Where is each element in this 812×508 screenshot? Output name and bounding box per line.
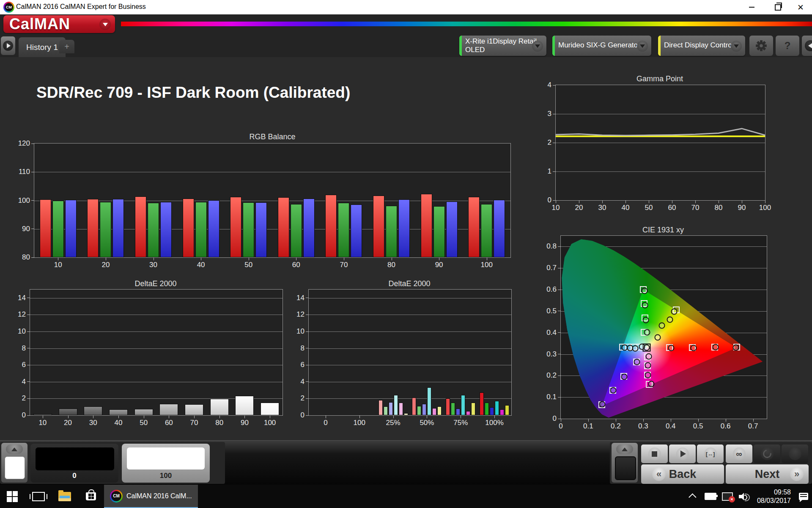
swatch-card-black[interactable]: 0 <box>30 444 118 483</box>
record-button-disabled[interactable] <box>782 444 808 463</box>
expand-up-button[interactable] <box>616 444 633 454</box>
loop-button[interactable]: ∞ <box>726 444 752 463</box>
bar <box>412 398 416 415</box>
swatch-value: 100 <box>122 472 210 480</box>
measurement-marker <box>644 329 650 336</box>
battery-status[interactable] <box>702 485 719 508</box>
rgb-balance-chart: 8090100110120102030405060708090100 <box>34 143 511 258</box>
axis-tick <box>392 257 392 260</box>
measurement-marker <box>643 317 649 323</box>
expand-up-button[interactable] <box>6 444 23 454</box>
collapse-panel-button[interactable] <box>802 36 812 56</box>
axis-label: 90 <box>241 419 249 427</box>
add-tab-button[interactable]: + <box>59 40 74 53</box>
bar <box>278 197 289 257</box>
file-explorer-button[interactable] <box>52 485 77 508</box>
pattern-window-panel <box>612 443 638 483</box>
axis-tick <box>306 415 309 416</box>
bar <box>183 199 194 257</box>
measurement-marker <box>648 381 655 387</box>
axis-tick <box>68 415 69 418</box>
meter-dropdown-colorimeter[interactable]: X-Rite i1Display RetailOLED <box>459 36 546 56</box>
axis-tick <box>249 257 249 260</box>
black-swatch <box>36 447 114 470</box>
axis-tick <box>742 200 742 203</box>
taskbar-clock[interactable]: 09:58 08/03/2017 <box>753 488 795 505</box>
bar <box>417 406 421 415</box>
network-status[interactable]: × <box>719 485 736 508</box>
axis-label: 0.3 <box>546 350 557 359</box>
meter-dropdown-generator[interactable]: Murideo SIX-G Generator <box>552 36 651 56</box>
bar <box>261 403 279 415</box>
taskbar-app-calman[interactable]: CM CalMAN 2016 CalM... <box>104 485 198 508</box>
axis-label: 12 <box>18 310 26 319</box>
logo-dropdown-button[interactable] <box>99 19 111 30</box>
axis-tick <box>726 419 726 422</box>
axis-label: 0 <box>301 411 304 420</box>
step-range-icon: [↔] <box>704 447 717 460</box>
axis-label: 2 <box>22 394 26 403</box>
bar <box>433 206 445 257</box>
axis-label: 50 <box>645 204 653 212</box>
swatch-card-white[interactable]: 100 <box>122 444 210 483</box>
axis-tick <box>296 257 296 260</box>
axis-label: 0 <box>324 419 327 427</box>
minimize-icon <box>749 7 754 8</box>
bar <box>325 195 337 257</box>
tab-history-1[interactable]: History 1 <box>19 37 66 57</box>
play-button[interactable] <box>669 444 696 463</box>
store-button[interactable] <box>79 485 103 508</box>
axis-label: 6 <box>22 361 26 369</box>
sidebar-expand-button[interactable] <box>1 36 15 55</box>
calman-logo-menu[interactable]: CalMAN <box>3 15 115 33</box>
stop-button[interactable] <box>641 444 668 463</box>
measurement-marker <box>713 344 719 351</box>
bar <box>404 413 408 415</box>
clock-time: 09:58 <box>757 488 791 497</box>
axis-tick <box>671 419 671 422</box>
bar <box>480 392 484 415</box>
window-titlebar: CM CalMAN 2016 CalMAN Expert for Busines… <box>0 0 812 14</box>
windows-logo-icon <box>7 491 18 502</box>
minimize-button[interactable] <box>742 0 761 14</box>
axis-tick <box>306 398 309 399</box>
next-button[interactable]: Next » <box>726 464 809 484</box>
volume-status[interactable] <box>736 485 753 508</box>
axis-label: 80 <box>715 204 723 212</box>
refresh-button-disabled[interactable] <box>754 444 780 463</box>
bar <box>159 404 178 415</box>
help-button[interactable]: ? <box>776 36 799 56</box>
bar <box>135 196 146 257</box>
settings-button[interactable] <box>749 36 773 56</box>
step-range-button[interactable]: [↔] <box>697 444 724 463</box>
chart-title-rgb-balance: RGB Balance <box>249 133 295 141</box>
action-center-button[interactable] <box>795 485 812 508</box>
bar <box>481 204 492 257</box>
meter-dropdown-display-control[interactable]: Direct Display Control <box>658 36 745 56</box>
pattern-preview-dark[interactable] <box>615 456 636 480</box>
chevron-down-icon[interactable] <box>532 41 543 52</box>
app-icon: CM <box>3 2 14 13</box>
axis-label: 3 <box>548 110 551 118</box>
gridline <box>30 365 283 365</box>
start-button[interactable] <box>0 485 25 508</box>
axis-tick <box>558 354 561 354</box>
pattern-preview-white[interactable] <box>5 456 25 479</box>
chevron-down-icon[interactable] <box>731 41 742 52</box>
task-view-button[interactable] <box>26 485 51 508</box>
axis-label: 0.2 <box>611 422 621 431</box>
restore-button[interactable] <box>768 0 787 14</box>
axis-label: 0.4 <box>666 422 676 431</box>
battery-icon <box>705 493 716 500</box>
chevron-down-icon[interactable] <box>637 41 648 52</box>
back-button[interactable]: « Back <box>641 464 724 484</box>
measurement-marker <box>599 401 606 408</box>
bar <box>112 199 124 257</box>
bar <box>59 409 77 415</box>
bar <box>394 395 398 415</box>
bar <box>87 199 99 257</box>
close-button[interactable]: ✕ <box>791 0 810 14</box>
axis-label: 60 <box>668 204 676 212</box>
tray-overflow-button[interactable] <box>685 485 702 508</box>
clock-date: 08/03/2017 <box>757 497 791 505</box>
